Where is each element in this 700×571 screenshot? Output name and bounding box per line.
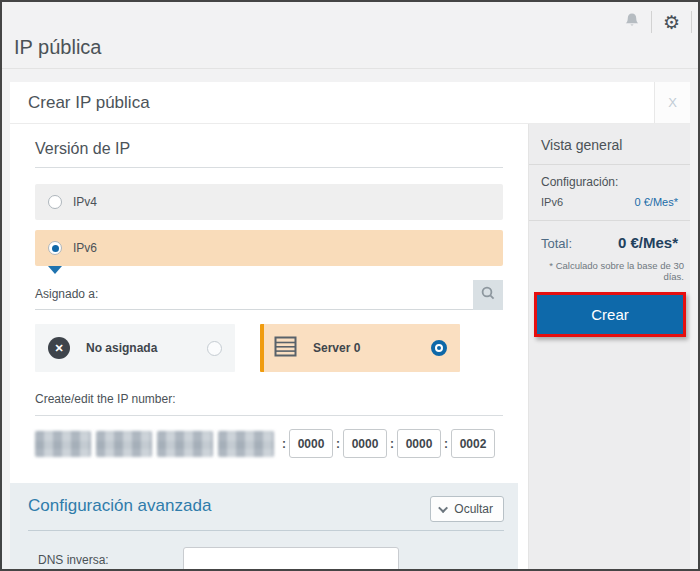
- assign-row: Asignado a:: [35, 278, 503, 310]
- radio-ipv4[interactable]: [48, 195, 62, 209]
- settings-button[interactable]: ⚙: [652, 13, 691, 32]
- total-value: 0 €/Mes*: [618, 234, 678, 251]
- close-icon: X: [668, 95, 677, 110]
- dns-input[interactable]: [183, 547, 399, 569]
- ip-separator: :: [336, 437, 340, 451]
- config-item-price: 0 €/Mes*: [635, 196, 678, 208]
- bell-icon: [624, 12, 640, 33]
- card-no-asignada[interactable]: ✕ No asignada: [35, 324, 235, 372]
- summary-sidebar: Vista general Configuración: IPv6 0 €/Me…: [528, 124, 690, 569]
- chevron-down-icon: [438, 503, 448, 513]
- config-item-name: IPv6: [541, 196, 563, 208]
- title-divider: [2, 68, 698, 69]
- redacted-ip-segment: [35, 431, 91, 457]
- dns-row: DNS inversa:: [28, 547, 504, 569]
- hide-button-label: Ocultar: [454, 502, 493, 516]
- card-server-0[interactable]: Server 0: [260, 324, 460, 372]
- panel-title: Crear IP pública: [10, 82, 654, 123]
- ip-separator: :: [444, 437, 448, 451]
- red-highlight-annotation: Crear: [534, 292, 686, 337]
- config-row: IPv6 0 €/Mes*: [541, 196, 678, 208]
- ip-version-heading: Versión de IP: [35, 140, 503, 168]
- search-button[interactable]: [473, 280, 503, 310]
- notifications-button[interactable]: [613, 12, 651, 33]
- assign-label: Asignado a:: [35, 287, 98, 301]
- page-title: IP pública: [14, 36, 101, 59]
- assignment-cards: ✕ No asignada: [35, 324, 503, 372]
- search-icon: [480, 285, 496, 305]
- redacted-ip-segment: [96, 431, 152, 457]
- panel-header: Crear IP pública X: [10, 82, 690, 124]
- ip-group-input-4[interactable]: [451, 429, 495, 458]
- advanced-header: Configuración avanzada Ocultar: [28, 496, 504, 531]
- total-label: Total:: [541, 236, 572, 251]
- ipv4-label: IPv4: [73, 195, 97, 209]
- card-label-no-asignada: No asignada: [86, 341, 207, 355]
- server-icon: [274, 336, 297, 361]
- advanced-title: Configuración avanzada: [28, 496, 430, 516]
- hide-advanced-button[interactable]: Ocultar: [430, 496, 504, 522]
- topbar: ⚙: [613, 8, 692, 36]
- ip-separator: :: [390, 437, 394, 451]
- advanced-section: Configuración avanzada Ocultar DNS inver…: [10, 483, 518, 569]
- ip-number-label: Create/edit the IP number:: [35, 392, 503, 416]
- ip-version-option-ipv6[interactable]: IPv6: [35, 230, 503, 266]
- create-ip-panel: Crear IP pública X Versión de IP IPv4 IP…: [10, 82, 690, 569]
- cross-glyph: ✕: [54, 342, 63, 355]
- selection-pointer: [48, 266, 62, 274]
- redacted-ip-segment: [218, 431, 274, 457]
- config-label: Configuración:: [541, 175, 678, 189]
- dns-label: DNS inversa:: [28, 553, 183, 567]
- ip-separator: :: [282, 437, 286, 451]
- ip-group-input-1[interactable]: [289, 429, 333, 458]
- sidebar-total-row: Total: 0 €/Mes*: [529, 221, 690, 260]
- ipv6-label: IPv6: [73, 241, 97, 255]
- ip-number-row: : : : :: [35, 429, 503, 458]
- radio-no-asignada[interactable]: [207, 341, 222, 356]
- close-button[interactable]: X: [654, 82, 690, 123]
- main-content: Versión de IP IPv4 IPv6 Asignado a:: [10, 124, 528, 569]
- card-label-server-0: Server 0: [313, 341, 431, 355]
- radio-ipv6[interactable]: [48, 241, 62, 255]
- billing-note: * Calculado sobre la base de 30 días.: [529, 260, 690, 282]
- sidebar-heading: Vista general: [529, 124, 690, 165]
- radio-server-0[interactable]: [431, 340, 447, 356]
- cross-circle-icon: ✕: [48, 337, 70, 359]
- gear-icon: ⚙: [663, 13, 680, 32]
- assign-search-input[interactable]: Asignado a:: [35, 278, 473, 310]
- topbar-separator: [691, 11, 692, 33]
- ip-group-input-3[interactable]: [397, 429, 441, 458]
- app-window: ⚙ IP pública Crear IP pública X Versión …: [0, 0, 700, 571]
- ip-version-option-ipv4[interactable]: IPv4: [35, 184, 503, 220]
- panel-body: Versión de IP IPv4 IPv6 Asignado a:: [10, 124, 690, 569]
- ip-group-input-2[interactable]: [343, 429, 387, 458]
- redacted-ip-segment: [157, 431, 213, 457]
- sidebar-config: Configuración: IPv6 0 €/Mes*: [529, 165, 690, 221]
- create-button[interactable]: Crear: [537, 295, 683, 334]
